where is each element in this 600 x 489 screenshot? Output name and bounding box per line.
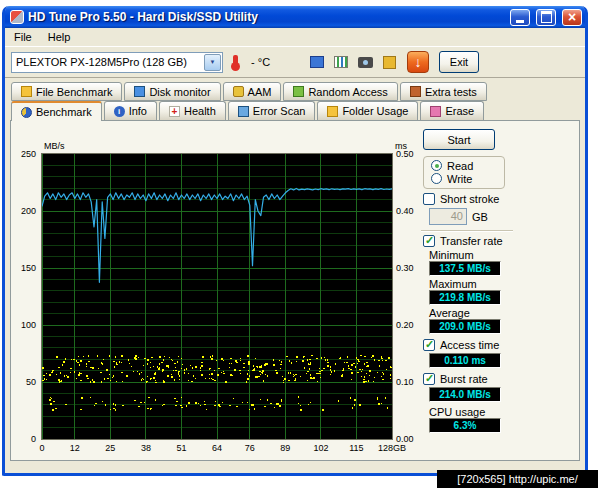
tab-info[interactable]: Info	[104, 101, 157, 120]
cpu-usage-value: 6.3%	[429, 418, 501, 433]
save-button[interactable]	[377, 50, 401, 74]
burst-rate-checkbox[interactable]	[423, 373, 435, 385]
panel-separator	[421, 230, 513, 232]
window-title: HD Tune Pro 5.50 - Hard Disk/SSD Utility	[28, 10, 504, 24]
y-axis-right-label: 0.20	[396, 320, 422, 330]
tab-row-2: Benchmark Info Health Error Scan Folder …	[5, 101, 585, 120]
y-axis-left-label: 50	[11, 377, 36, 387]
update-download-button[interactable]	[407, 51, 429, 73]
y-axis-left-unit: MB/s	[44, 141, 65, 151]
dice-icon	[293, 86, 304, 97]
y-axis-left-label: 250	[11, 149, 36, 159]
short-stroke-row[interactable]: Short stroke	[423, 193, 517, 205]
tab-row-1: File Benchmark Disk monitor AAM Random A…	[5, 82, 585, 101]
toolbox-icon	[410, 86, 421, 97]
minimum-value: 137.5 MB/s	[429, 261, 501, 276]
screenshot-button[interactable]	[353, 50, 377, 74]
write-radio[interactable]	[431, 173, 442, 184]
thermometer-icon	[233, 55, 238, 67]
tab-label: Disk monitor	[149, 86, 210, 98]
x-axis-label: 128GB	[378, 443, 406, 453]
tab-label: Folder Usage	[342, 105, 408, 117]
access-time-row[interactable]: Access time	[423, 339, 517, 351]
menu-file[interactable]: File	[6, 29, 40, 45]
y-axis-left-labels: 250200150100500	[11, 154, 38, 439]
chevron-down-icon[interactable]	[204, 54, 221, 71]
x-axis-label: 76	[245, 443, 255, 453]
read-radio-row[interactable]: Read	[431, 159, 504, 172]
x-axis-label: 102	[313, 443, 328, 453]
y-axis-left-label: 150	[11, 263, 36, 273]
scan-grid-icon	[238, 106, 249, 117]
folder-icon	[327, 106, 338, 117]
toolbar: PLEXTOR PX-128M5Pro (128 GB) - °C Exit	[5, 46, 585, 78]
tab-strip: File Benchmark Disk monitor AAM Random A…	[5, 78, 585, 120]
burst-rate-row[interactable]: Burst rate	[423, 373, 517, 385]
y-axis-right-label: 0.50	[396, 149, 422, 159]
hdtune-window: HD Tune Pro 5.50 - Hard Disk/SSD Utility…	[2, 6, 588, 476]
copy-chart-button[interactable]	[329, 50, 353, 74]
short-stroke-size-input[interactable]: 40	[429, 208, 467, 225]
close-button[interactable]	[562, 9, 582, 26]
average-value: 209.0 MB/s	[429, 319, 501, 334]
x-axis-label: 64	[212, 443, 222, 453]
x-axis-label: 0	[39, 443, 44, 453]
tab-extra-tests[interactable]: Extra tests	[400, 82, 487, 101]
tab-benchmark[interactable]: Benchmark	[11, 101, 102, 121]
tab-label: AAM	[248, 86, 272, 98]
title-bar[interactable]: HD Tune Pro 5.50 - Hard Disk/SSD Utility	[5, 6, 585, 28]
minimize-button[interactable]	[510, 9, 530, 26]
menu-bar: File Help	[5, 28, 585, 46]
y-axis-right-label: 0.30	[396, 263, 422, 273]
read-write-group: Read Write	[423, 156, 505, 189]
drive-select[interactable]: PLEXTOR PX-128M5Pro (128 GB)	[11, 52, 223, 73]
exit-button[interactable]: Exit	[439, 51, 479, 73]
tab-aam[interactable]: AAM	[223, 82, 282, 101]
tab-folder-usage[interactable]: Folder Usage	[317, 101, 418, 120]
y-axis-right-label: 0.10	[396, 377, 422, 387]
chart-icon	[334, 56, 348, 68]
tab-label: Benchmark	[36, 106, 92, 118]
access-time-value: 0.110 ms	[429, 353, 501, 368]
transfer-rate-checkbox[interactable]	[423, 235, 435, 247]
monitor-icon	[134, 86, 145, 97]
read-radio[interactable]	[431, 160, 442, 171]
capacity-unit-label: GB	[472, 211, 488, 223]
tab-error-scan[interactable]: Error Scan	[228, 101, 316, 120]
temperature-value: - °C	[251, 56, 281, 68]
x-axis-label: 38	[141, 443, 151, 453]
x-axis-labels: 012253851647689102115128GB	[42, 443, 392, 455]
tab-random-access[interactable]: Random Access	[283, 82, 397, 101]
transfer-rate-row[interactable]: Transfer rate	[423, 235, 517, 247]
tab-label: Error Scan	[253, 105, 306, 117]
x-axis-label: 12	[70, 443, 80, 453]
minimum-label: Minimum	[429, 250, 517, 260]
maximize-button[interactable]	[536, 9, 556, 26]
benchmark-controls: Start Read Write Short stroke 40 GB	[421, 129, 517, 433]
tab-label: Random Access	[308, 86, 387, 98]
short-stroke-size-row: 40 GB	[429, 208, 517, 225]
y-axis-left-label: 100	[11, 320, 36, 330]
short-stroke-checkbox[interactable]	[423, 193, 435, 205]
tab-label: Info	[129, 105, 147, 117]
y-axis-right-label: 0.40	[396, 206, 422, 216]
eraser-icon	[430, 106, 441, 117]
access-time-checkbox[interactable]	[423, 339, 435, 351]
temperature-button[interactable]	[223, 50, 247, 74]
tab-file-benchmark[interactable]: File Benchmark	[11, 82, 122, 101]
tab-erase[interactable]: Erase	[420, 101, 484, 120]
save-icon	[383, 56, 396, 69]
write-radio-row[interactable]: Write	[431, 172, 504, 185]
tab-health[interactable]: Health	[159, 101, 226, 120]
benchmark-page: MB/s ms 250200150100500 0.500.400.300.20…	[10, 120, 580, 461]
info-icon	[114, 106, 125, 117]
cpu-usage-label: CPU usage	[429, 407, 517, 417]
tab-disk-monitor[interactable]: Disk monitor	[124, 82, 220, 101]
tab-label: Erase	[445, 105, 474, 117]
start-button[interactable]: Start	[423, 129, 495, 150]
menu-help[interactable]: Help	[40, 29, 79, 45]
access-time-label: Access time	[440, 339, 499, 351]
copy-results-button[interactable]	[305, 50, 329, 74]
short-stroke-label: Short stroke	[440, 193, 499, 205]
x-axis-label: 89	[280, 443, 290, 453]
